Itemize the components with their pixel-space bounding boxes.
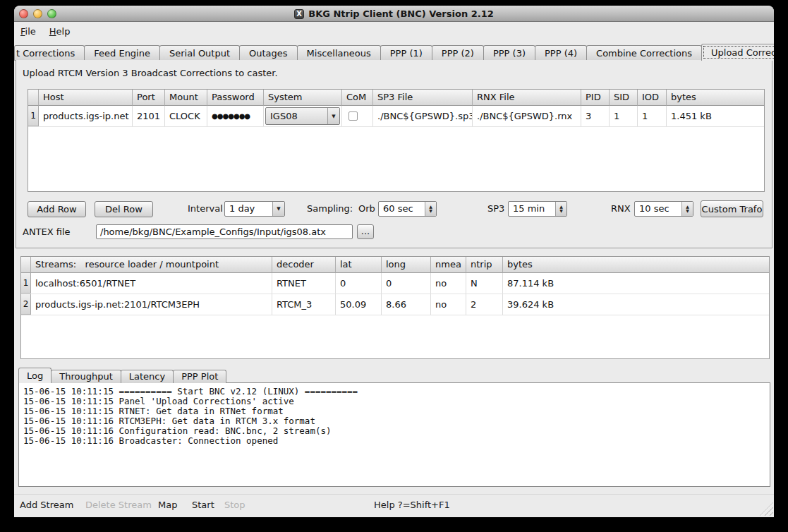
tab-broadcast-corrections[interactable]: t Corrections [14, 45, 85, 61]
tab-feed-engine[interactable]: Feed Engine [84, 45, 160, 61]
col-decoder: decoder [272, 257, 336, 273]
chevron-down-icon: ▼ [272, 202, 284, 216]
rnx-sampling-spinbox[interactable]: 10 sec ▲▼ [634, 201, 693, 217]
col-pid: PID [581, 90, 610, 106]
interval-combobox[interactable]: 1 day ▼ [224, 201, 285, 217]
custom-trafo-button[interactable]: Custom Trafo [701, 200, 763, 217]
browse-antex-button[interactable]: ... [357, 224, 374, 239]
rnx-file-cell[interactable]: ./BNC${GPSWD}.rnx [473, 106, 581, 126]
spin-arrows-icon[interactable]: ▲▼ [681, 202, 693, 216]
tab-serial-output[interactable]: Serial Output [159, 45, 240, 61]
stream-row[interactable]: 1 localhost:6501/RTNET RTNET 0 0 no N 87… [21, 273, 769, 294]
col-password: Password [207, 90, 264, 106]
col-iod: IOD [638, 90, 667, 106]
stream-lat: 50.09 [336, 294, 382, 315]
stream-bytes: 87.114 kB [503, 273, 769, 294]
streams-table: Streams: resource loader / mountpoint de… [20, 256, 770, 359]
log-line: 15-06-15 10:11:15 RTNET: Get data in RTN… [23, 406, 765, 416]
sp3-value: 15 min [513, 202, 545, 216]
stream-bytes: 39.624 kB [503, 294, 769, 315]
stream-long: 8.66 [382, 294, 431, 315]
window-title-text: BKG Ntrip Client (BNC) Version 2.12 [308, 8, 494, 19]
iod-cell[interactable]: 1 [638, 106, 667, 126]
del-row-button[interactable]: Del Row [95, 201, 153, 217]
tab-upload-corrections[interactable]: Upload Corrections [701, 44, 774, 61]
corner-header [21, 257, 31, 273]
col-port: Port [133, 90, 165, 106]
col-mount: Mount [165, 90, 207, 106]
menu-help[interactable]: Help [49, 26, 71, 37]
log-output[interactable]: 15-06-15 10:11:15 ========== Start BNC v… [18, 382, 770, 487]
menu-bar: File Help [14, 23, 774, 40]
interval-value: 1 day [229, 202, 255, 216]
stream-decoder: RTNET [272, 273, 336, 294]
stream-decoder: RTCM_3 [272, 294, 336, 315]
orb-label: Orb [358, 201, 375, 217]
spin-arrows-icon[interactable]: ▲▼ [425, 202, 436, 216]
add-row-button[interactable]: Add Row [28, 201, 86, 217]
resize-grip[interactable] [760, 502, 773, 516]
mount-cell[interactable]: CLOCK [165, 106, 207, 126]
pid-cell[interactable]: 3 [581, 106, 610, 126]
port-cell[interactable]: 2101 [133, 106, 165, 126]
system-combobox-value: IGS08 [270, 108, 298, 124]
tab-ppp-4[interactable]: PPP (4) [535, 45, 587, 61]
tab-ppp-plot[interactable]: PPP Plot [173, 370, 226, 383]
col-system: System [264, 90, 342, 106]
delete-stream-button: Delete Stream [85, 500, 152, 510]
tab-combine-corrections[interactable]: Combine Corrections [586, 45, 702, 61]
spin-arrows-icon[interactable]: ▲▼ [555, 202, 566, 216]
sp3-file-cell[interactable]: ./BNC${GPSWD}.sp3 [373, 106, 473, 126]
add-stream-button[interactable]: Add Stream [20, 500, 73, 510]
stream-ntrip: 2 [466, 294, 503, 315]
tab-bar: t Corrections Feed Engine Serial Output … [14, 44, 774, 61]
col-ntrip: ntrip [466, 257, 503, 273]
host-cell[interactable]: products.igs-ip.net [39, 106, 133, 126]
row-number: 2 [21, 294, 31, 315]
sid-cell[interactable]: 1 [610, 106, 638, 126]
tab-outages[interactable]: Outages [239, 45, 298, 61]
tab-miscellaneous[interactable]: Miscellaneous [297, 45, 381, 61]
col-sp3-file: SP3 File [373, 90, 473, 106]
tab-throughput[interactable]: Throughput [51, 370, 121, 383]
stream-nmea: no [431, 294, 466, 315]
bytes-cell: 1.451 kB [667, 106, 764, 126]
col-bytes: bytes [503, 257, 769, 273]
interval-label: Interval [188, 201, 223, 217]
com-checkbox[interactable] [348, 111, 358, 121]
tab-ppp-3[interactable]: PPP (3) [483, 45, 535, 61]
row-number: 1 [28, 106, 39, 126]
tab-log[interactable]: Log [18, 368, 51, 383]
sp3-sampling-spinbox[interactable]: 15 min ▲▼ [508, 201, 567, 217]
orb-sampling-spinbox[interactable]: 60 sec ▲▼ [378, 201, 437, 217]
title-bar[interactable]: X BKG Ntrip Client (BNC) Version 2.12 [14, 6, 774, 22]
start-button[interactable]: Start [192, 500, 214, 510]
tab-ppp-2[interactable]: PPP (2) [432, 45, 484, 61]
orb-value: 60 sec [383, 202, 413, 216]
sp3-label: SP3 [487, 201, 504, 217]
stream-row[interactable]: 2 products.igs-ip.net:2101/RTCM3EPH RTCM… [21, 294, 769, 315]
system-combobox[interactable]: IGS08 ▼ [265, 107, 340, 125]
system-cell: IGS08 ▼ [264, 106, 342, 126]
map-button[interactable]: Map [158, 500, 177, 510]
menu-file[interactable]: File [20, 26, 36, 37]
col-bytes: bytes [667, 90, 764, 106]
password-cell[interactable]: ●●●●●●● [207, 106, 264, 126]
tab-ppp-1[interactable]: PPP (1) [380, 45, 432, 61]
row-number: 1 [21, 273, 31, 294]
log-tab-bar: Log Throughput Latency PPP Plot [18, 368, 226, 383]
stream-nmea: no [431, 273, 466, 294]
antex-file-input[interactable]: /home/bkg/BNC/Example_Configs/Input/igs0… [96, 224, 353, 239]
bottom-action-bar: Add Stream Delete Stream Map Start Stop … [14, 494, 774, 517]
stop-button: Stop [224, 500, 246, 510]
col-sid: SID [610, 90, 638, 106]
upload-table-header: Host Port Mount Password System CoM SP3 … [28, 90, 764, 106]
rnx-label: RNX [611, 201, 631, 217]
col-rnx-file: RNX File [473, 90, 581, 106]
chevron-down-icon: ▼ [327, 108, 339, 124]
com-cell [342, 106, 373, 126]
log-line: 15-06-15 10:11:15 ========== Start BNC v… [23, 387, 765, 397]
stream-mountpoint: localhost:6501/RTNET [31, 273, 272, 294]
col-lat: lat [336, 257, 382, 273]
tab-latency[interactable]: Latency [121, 370, 174, 383]
